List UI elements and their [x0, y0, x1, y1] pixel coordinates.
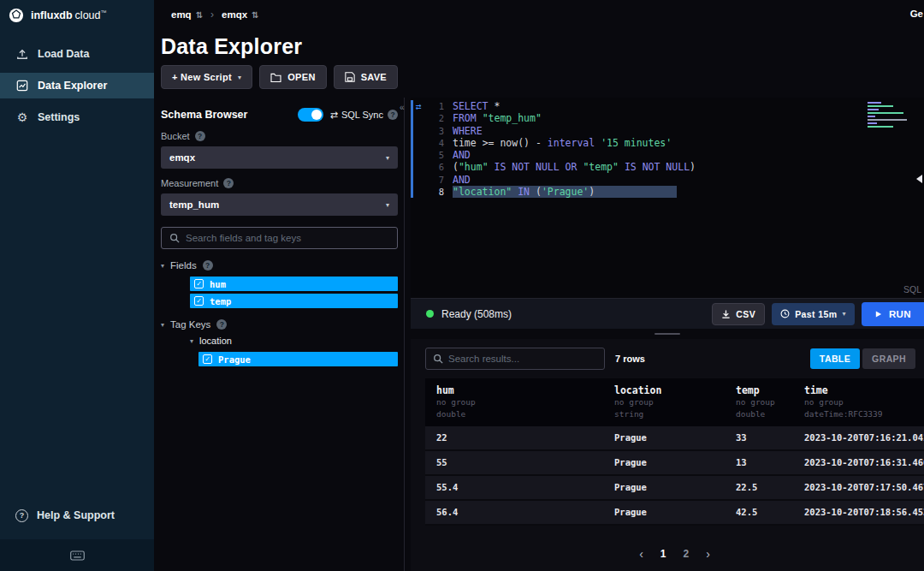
logo-text-bold: influxdb: [31, 9, 73, 21]
toolbar: + New Script ▾ OPEN SAVE: [154, 65, 924, 98]
column-type: dateTime:RFC3339: [804, 408, 924, 420]
help-circle-icon[interactable]: ?: [216, 319, 227, 330]
content: Schema Browser ⇄ SQL Sync ? Bucket ? emq…: [154, 98, 924, 571]
csv-label: CSV: [736, 309, 755, 319]
sidebar-item-help-support[interactable]: ? Help & Support: [0, 503, 154, 528]
breadcrumb-org[interactable]: emq ⇅: [171, 9, 203, 20]
bucket-dropdown[interactable]: emqx ▾: [161, 146, 398, 169]
page-title: Data Explorer: [154, 29, 924, 65]
help-circle-icon[interactable]: ?: [203, 260, 213, 271]
sql-sync-gutter-icon: ⇄: [416, 101, 422, 112]
help-circle-icon[interactable]: ?: [195, 131, 205, 141]
minimap-line: [868, 102, 881, 104]
sql-sync-label: SQL Sync: [341, 110, 383, 120]
column-header-hum[interactable]: hum no group double: [436, 384, 614, 420]
schema-search[interactable]: [161, 227, 398, 249]
table-row[interactable]: 22Prague332023-10-20T07:16:21.041Z: [425, 426, 924, 451]
sql-sync-toggle[interactable]: [298, 108, 323, 122]
code-line[interactable]: 4time >= now() - interval '15 minutes': [411, 137, 924, 149]
schema-search-input[interactable]: [186, 233, 389, 243]
table-row[interactable]: 55.4Prague22.52023-10-20T07:17:50.467Z: [425, 476, 924, 501]
breadcrumb: emq ⇅ › emqx ⇅ Ge: [154, 0, 924, 29]
column-name: location: [614, 384, 736, 396]
code-line[interactable]: 5AND: [411, 149, 924, 161]
measurement-dropdown[interactable]: temp_hum ▾: [161, 193, 398, 216]
column-header-temp[interactable]: temp no group double: [736, 384, 804, 420]
prev-page-button[interactable]: ‹: [639, 547, 643, 561]
checkbox-checked-icon[interactable]: ✓: [194, 279, 204, 288]
code-text: AND: [453, 174, 471, 186]
checkbox-checked-icon[interactable]: ✓: [194, 296, 204, 306]
topbar-right-text[interactable]: Ge: [910, 9, 923, 19]
run-button[interactable]: RUN: [862, 302, 924, 326]
table-cell: 55.4: [436, 482, 614, 492]
code-line[interactable]: 8"location" IN ('Prague'): [411, 186, 924, 198]
field-temp[interactable]: ✓ temp: [190, 294, 398, 308]
nav-label: Settings: [38, 111, 80, 123]
next-page-button[interactable]: ›: [706, 547, 710, 561]
keyboard-icon[interactable]: [70, 550, 85, 561]
page-2-button[interactable]: 2: [684, 548, 690, 560]
time-range-dropdown[interactable]: Past 15m ▾: [772, 303, 855, 325]
column-name: hum: [436, 384, 614, 396]
row-count: 7 rows: [615, 354, 645, 364]
gear-icon: ⚙: [15, 111, 29, 123]
tag-value-prague[interactable]: ✓ Prague: [198, 352, 398, 366]
code-line[interactable]: 1SELECT *: [411, 100, 924, 112]
chevron-down-icon: ▾: [842, 310, 845, 318]
results-search-input[interactable]: [448, 354, 597, 364]
code-text: AND: [453, 149, 471, 161]
code-line[interactable]: 3WHERE: [411, 125, 924, 137]
bucket-value: emqx: [169, 152, 195, 163]
sidebar-bottom-bar: [0, 539, 154, 571]
open-button[interactable]: OPEN: [259, 65, 326, 89]
fields-section-header[interactable]: ▾ Fields ?: [161, 260, 398, 271]
column-header-location[interactable]: location no group string: [614, 384, 736, 420]
nav-label: Data Explorer: [38, 80, 107, 92]
chart-icon: [15, 80, 29, 92]
new-script-label: + New Script: [172, 72, 232, 82]
results-search[interactable]: [425, 348, 605, 370]
minimap-line: [868, 109, 879, 110]
csv-download-button[interactable]: CSV: [712, 303, 765, 325]
sidebar-item-load-data[interactable]: Load Data: [0, 41, 154, 67]
panel-divider[interactable]: «: [398, 98, 411, 571]
sql-editor[interactable]: ⇄ 1SELECT *2FROM "temp_hum"3WHERE4time >…: [411, 98, 924, 298]
save-button[interactable]: SAVE: [334, 65, 398, 89]
table-cell: 55: [436, 457, 614, 467]
table-cell: 22.5: [736, 482, 804, 492]
save-label: SAVE: [361, 72, 387, 82]
collapse-arrow-icon[interactable]: [916, 175, 922, 183]
influxdb-logo[interactable]: influxdbcloud™: [0, 0, 154, 31]
new-script-button[interactable]: + New Script ▾: [161, 65, 252, 89]
table-cell: 42.5: [736, 507, 804, 517]
code-lines: 1SELECT *2FROM "temp_hum"3WHERE4time >= …: [411, 98, 924, 198]
checkbox-checked-icon[interactable]: ✓: [203, 354, 212, 364]
tag-keys-section-header[interactable]: ▾ Tag Keys ?: [161, 319, 398, 330]
horizontal-resize-handle[interactable]: [411, 329, 924, 339]
table-view-button[interactable]: TABLE: [810, 348, 860, 369]
page-1-button[interactable]: 1: [660, 548, 666, 560]
code-line[interactable]: 2FROM "temp_hum": [411, 112, 924, 124]
chevron-down-icon: ▾: [386, 201, 389, 209]
switcher-icon: ⇅: [252, 10, 258, 20]
minimap[interactable]: [868, 102, 909, 129]
table-row[interactable]: 55Prague132023-10-20T07:16:31.466Z: [425, 451, 924, 476]
minimap-line: [868, 112, 903, 114]
tag-key-location[interactable]: ▾ location: [190, 336, 398, 346]
help-circle-icon[interactable]: ?: [388, 110, 398, 120]
breadcrumb-bucket[interactable]: emqx ⇅: [222, 9, 258, 20]
code-text: ("hum" IS NOT NULL OR "temp" IS NOT NULL…: [453, 161, 696, 173]
help-circle-icon[interactable]: ?: [223, 178, 234, 188]
sidebar-item-data-explorer[interactable]: Data Explorer: [0, 73, 154, 98]
language-badge: SQL: [903, 284, 921, 294]
code-line[interactable]: 6("hum" IS NOT NULL OR "temp" IS NOT NUL…: [411, 161, 924, 173]
code-line[interactable]: 7AND: [411, 174, 924, 186]
collapse-panel-icon[interactable]: «: [400, 103, 405, 112]
graph-view-button[interactable]: GRAPH: [862, 348, 915, 369]
pagination: ‹ 1 2 ›: [425, 538, 924, 571]
sidebar-item-settings[interactable]: ⚙ Settings: [0, 104, 154, 130]
column-header-time[interactable]: time no group dateTime:RFC3339: [804, 384, 924, 420]
field-hum[interactable]: ✓ hum: [190, 277, 398, 291]
table-row[interactable]: 56.4Prague42.52023-10-20T07:18:56.453Z: [425, 501, 924, 526]
